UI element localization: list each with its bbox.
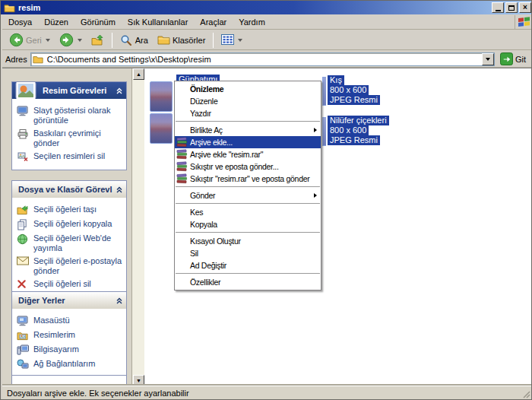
sidebar-item-baskilari-gonder[interactable]: Baskıları çevrimiçi gönder <box>17 129 125 148</box>
views-dropdown-icon[interactable] <box>238 39 242 42</box>
section-diger-yerler: Diğer Yerler Masaüstü <box>11 291 127 378</box>
go-icon <box>500 52 513 65</box>
context-menu-item-gonder[interactable]: Gönder <box>175 189 321 202</box>
delete-icon <box>17 279 30 290</box>
menu-gorunum[interactable]: Görünüm <box>74 16 122 28</box>
menu-separator <box>176 186 320 188</box>
menu-dosya[interactable]: Dosya <box>2 16 38 28</box>
sidebar-item-masaustu[interactable]: Masaüstü <box>17 316 125 327</box>
context-menu-item-kes[interactable]: Kes <box>175 206 321 218</box>
sidebar-item-secilen-resimleri-sil[interactable]: Seçilen resimleri sil <box>17 151 125 163</box>
sidebar-item-kopyala[interactable]: Seçili öğeleri kopyala <box>17 219 125 230</box>
forward-dropdown-icon[interactable] <box>78 39 82 42</box>
chevron-up-icon[interactable] <box>116 297 123 304</box>
context-menu: Önizleme Düzenle Yazdır Birlikte Aç Arşi… <box>174 81 321 290</box>
menu-separator <box>176 203 320 205</box>
move-icon <box>17 205 30 216</box>
folders-label: Klasörler <box>173 36 205 45</box>
network-icon <box>17 359 30 370</box>
context-menu-item-kopyala[interactable]: Kopyala <box>175 218 321 230</box>
menu-yardim[interactable]: Yardım <box>233 16 271 28</box>
context-menu-item-ad-degistir[interactable]: Ad Değiştir <box>175 259 321 271</box>
file-name[interactable]: Nilüfer çiçekleri <box>328 116 389 125</box>
context-menu-item-sikistir-eposta[interactable]: Sıkıştır ve eposta gönder... <box>175 160 321 173</box>
search-icon <box>120 34 133 46</box>
scroll-down-button[interactable]: ▼ <box>133 375 144 386</box>
resize-grip[interactable] <box>521 389 531 399</box>
scroll-up-button[interactable]: ▲ <box>133 68 144 80</box>
sidebar-item-label: Seçili öğeleri sil <box>33 279 91 290</box>
sidebar-item-bilgisayarim[interactable]: Bilgisayarım <box>17 344 125 356</box>
menu-item-label: Arşive ekle "resim.rar" <box>190 150 263 159</box>
go-button[interactable]: Git <box>498 52 528 67</box>
address-dropdown-button[interactable] <box>482 53 494 65</box>
sidebar-item-tasi[interactable]: Seçili öğeleri taşı <box>17 205 125 216</box>
context-menu-item-sil[interactable]: Sil <box>175 247 321 259</box>
menu-duzen[interactable]: Düzen <box>38 16 74 28</box>
close-button[interactable]: × <box>519 2 531 13</box>
sidebar-item-resimlerim[interactable]: Resimlerim <box>17 330 125 341</box>
file-thumbnail[interactable] <box>150 113 173 144</box>
context-menu-item-birlikte-ac[interactable]: Birlikte Aç <box>175 124 321 136</box>
explorer-window: resim × Dosya Düzen Görünüm Sık Kullanıl… <box>0 0 532 400</box>
menu-sik-kullanilanlar[interactable]: Sık Kullanılanlar <box>122 16 195 28</box>
forward-button[interactable] <box>55 31 86 49</box>
file-list-area[interactable]: Günbatımı Kış 800 x 600 JPEG Resmi Nilüf… <box>144 68 531 386</box>
context-menu-item-yazdir[interactable]: Yazdır <box>175 107 321 119</box>
sidebar-item-ag-baglantilarim[interactable]: Ağ Bağlantılarım <box>17 359 125 370</box>
file-thumbnail-gunbatimi[interactable] <box>150 81 173 112</box>
up-button[interactable] <box>87 31 108 49</box>
back-dropdown-icon[interactable] <box>46 39 50 42</box>
chevron-up-icon[interactable] <box>116 186 123 193</box>
menu-araclar[interactable]: Araçlar <box>194 16 233 28</box>
section-header-resim-gorevleri[interactable]: Resim Görevleri <box>12 82 126 99</box>
context-menu-item-onizleme[interactable]: Önizleme <box>175 83 321 95</box>
context-menu-item-arsive-ekle[interactable]: Arşive ekle... <box>175 136 321 148</box>
section-header-diger-yerler[interactable]: Diğer Yerler <box>12 292 126 309</box>
my-computer-icon <box>17 344 30 356</box>
titlebar[interactable]: resim × <box>1 1 532 14</box>
sidebar-item-label: Resimlerim <box>33 330 75 341</box>
context-menu-item-sikistir-resim-rar-eposta[interactable]: Sıkıştır "resim.rar" ve eposta gönder <box>175 173 321 185</box>
folder-icon <box>33 55 44 64</box>
file-type: JPEG Resmi <box>328 135 380 145</box>
menu-separator <box>176 121 320 122</box>
sidebar-item-webde-yayimla[interactable]: Seçili öğeleri Web'de yayımla <box>17 233 125 253</box>
folders-button[interactable]: Klasörler <box>154 31 209 49</box>
menu-item-label: Sıkıştır "resim.rar" ve eposta gönder <box>190 174 309 183</box>
address-input[interactable]: C:\Documents and Settings\x\Desktop\resi… <box>30 52 495 66</box>
menu-item-label: Kısayol Oluştur <box>190 237 241 246</box>
section-resim-gorevleri: Resim Görevleri Slayt gösterisi olarak g… <box>11 81 127 170</box>
sidebar-scrollbar[interactable]: ▲ ▼ <box>131 68 144 386</box>
context-menu-item-arsive-ekle-resim-rar[interactable]: Arşive ekle "resim.rar" <box>175 148 321 160</box>
sidebar-item-epostayla-gonder[interactable]: Seçili öğeleri e-postayla gönder <box>17 256 125 276</box>
maximize-button[interactable] <box>505 2 518 13</box>
views-button[interactable] <box>217 31 246 49</box>
sidebar-item-label: Seçili öğeleri Web'de yayımla <box>33 233 125 253</box>
sidebar-item-slayt-gosterisi[interactable]: Slayt gösterisi olarak görüntüle <box>17 106 125 125</box>
file-name[interactable]: Kış <box>328 75 344 85</box>
up-folder-icon <box>91 34 104 46</box>
toolbar: Geri Ara Klasörler <box>2 30 531 50</box>
delete-pictures-icon <box>17 151 30 163</box>
context-menu-item-ozellikler[interactable]: Özellikler <box>175 276 321 288</box>
context-menu-item-kisayol-olustur[interactable]: Kısayol Oluştur <box>175 235 321 247</box>
sidebar-item-label: Masaüstü <box>33 316 70 327</box>
section-title: Resim Görevleri <box>43 86 106 95</box>
toolbar-separator <box>213 33 214 48</box>
menu-separator <box>176 273 320 275</box>
context-menu-item-duzenle[interactable]: Düzenle <box>175 95 321 107</box>
menu-item-label: Birlikte Aç <box>190 125 223 135</box>
chevron-up-icon[interactable] <box>116 87 123 94</box>
prints-online-icon <box>17 129 30 140</box>
sidebar-item-label: Ağ Bağlantılarım <box>33 359 95 370</box>
desktop-icon <box>17 316 30 327</box>
sidebar-item-sil[interactable]: Seçili öğeleri sil <box>17 279 125 290</box>
section-header-dosya-klasor[interactable]: Dosya ve Klasör Görevl <box>12 181 126 198</box>
submenu-arrow-icon <box>314 193 317 198</box>
my-pictures-icon <box>17 330 30 341</box>
minimize-button[interactable] <box>492 2 504 13</box>
back-button[interactable]: Geri <box>5 31 54 49</box>
search-button[interactable]: Ara <box>116 31 152 49</box>
address-label: Adres <box>5 55 27 64</box>
